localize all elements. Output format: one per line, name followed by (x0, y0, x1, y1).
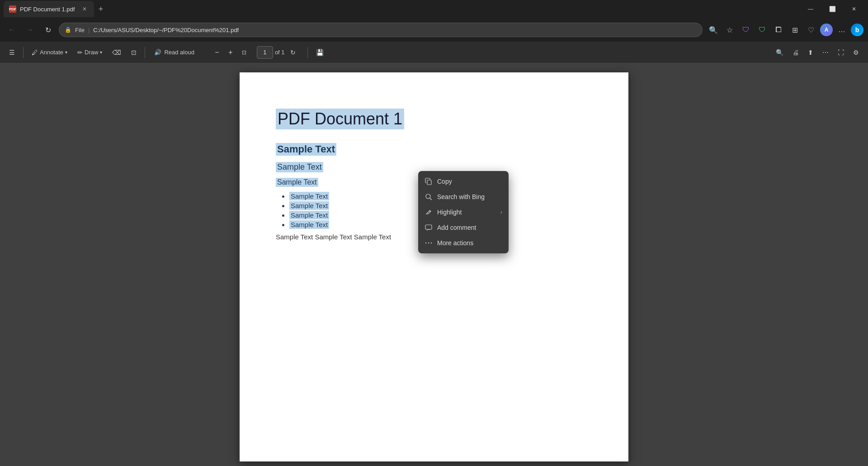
context-menu-highlight[interactable]: Highlight › (418, 204, 509, 220)
draw-label: Draw (85, 49, 98, 56)
toolbar-separator-1 (23, 47, 24, 58)
search-bing-label: Search with Bing (437, 193, 485, 200)
zoom-icon[interactable]: 🔍 (706, 23, 721, 37)
tab-favicon: PDF (9, 5, 16, 13)
more-actions-menu-icon (425, 239, 433, 247)
fullscreen-icon: ⛶ (838, 49, 844, 56)
more-actions-label: More actions (437, 239, 473, 247)
zoom-controls: − + ⊡ (211, 46, 250, 59)
tab-title: PDF Document 1.pdf (20, 6, 75, 13)
pdf-heading-4: Sample Text (276, 178, 318, 187)
pdf-toolbar: ☰ 🖊 Annotate ▾ ✏ Draw ▾ ⌫ ⊡ 🔊 Read aloud… (0, 42, 868, 63)
extension-icon[interactable]: ⧠ (771, 23, 786, 37)
draw-button[interactable]: ✏ Draw ▾ (74, 45, 106, 60)
favorites-list-icon[interactable]: ♡ (804, 23, 818, 37)
context-menu-add-comment[interactable]: Add comment (418, 220, 509, 235)
title-bar: PDF PDF Document 1.pdf ✕ + — ⬜ ✕ (0, 0, 868, 18)
more-options-icon[interactable]: … (835, 23, 849, 37)
print-icon: 🖨 (793, 49, 799, 56)
pdf-page: PDF Document 1 Sample Text Sample Text S… (240, 72, 628, 461)
page-number-input[interactable] (257, 46, 273, 59)
zoom-in-button[interactable]: + (224, 46, 237, 59)
annotate-button[interactable]: 🖊 Annotate ▾ (28, 45, 71, 60)
file-label: File (75, 27, 85, 33)
more-pdf-actions-button[interactable]: ⋯ (819, 45, 832, 60)
tab-bar: PDF PDF Document 1.pdf ✕ + (4, 0, 108, 18)
save-button[interactable]: 💾 (312, 45, 327, 60)
fullscreen-button[interactable]: ⛶ (834, 45, 848, 60)
pdf-document-title: PDF Document 1 (276, 109, 404, 129)
new-tab-button[interactable]: + (94, 2, 108, 16)
refresh-button[interactable]: ↻ (41, 23, 55, 37)
toolbar-separator-2 (145, 47, 145, 58)
shield-icon[interactable]: 🛡 (739, 23, 753, 37)
settings-icon: ⚙ (853, 49, 859, 56)
favorites-icon[interactable]: ☆ (722, 23, 737, 37)
highlight-arrow: › (500, 209, 502, 215)
copy-icon (425, 177, 433, 185)
maximize-button[interactable]: ⬜ (822, 2, 843, 16)
back-button[interactable]: ← (5, 23, 19, 37)
search-bing-icon (425, 193, 433, 201)
pdf-heading-2: Sample Text (276, 143, 336, 156)
bing-button[interactable]: b (851, 24, 863, 36)
svg-point-6 (431, 243, 432, 243)
search-button[interactable]: 🔍 (772, 45, 787, 60)
annotate-label: Annotate (40, 49, 63, 56)
search-icon: 🔍 (776, 49, 783, 56)
split-screen-icon[interactable]: ⊞ (788, 23, 802, 37)
zoom-out-button[interactable]: − (211, 46, 223, 59)
read-aloud-icon: 🔊 (154, 49, 161, 56)
toolbar-separator-3 (307, 47, 308, 58)
settings-button[interactable]: ⚙ (849, 45, 863, 60)
read-aloud-button[interactable]: 🔊 Read aloud (150, 45, 199, 60)
add-comment-label: Add comment (437, 224, 476, 231)
context-menu-search[interactable]: Search with Bing (418, 189, 509, 204)
address-separator: | (88, 27, 90, 33)
sidebar-icon: ☰ (9, 49, 15, 56)
eraser-button[interactable]: ⌫ (108, 45, 125, 60)
svg-point-5 (428, 243, 429, 243)
lock-icon: 🔒 (65, 27, 71, 33)
toggle-sidebar-button[interactable]: ☰ (5, 45, 19, 60)
svg-point-4 (425, 243, 426, 243)
active-tab[interactable]: PDF PDF Document 1.pdf ✕ (4, 1, 94, 17)
context-menu-more-actions[interactable]: More actions (418, 235, 509, 251)
comment-icon (425, 223, 433, 232)
forward-button[interactable]: → (23, 23, 37, 37)
annotate-icon: 🖊 (32, 49, 38, 56)
shield-green-icon[interactable]: 🛡 (755, 23, 769, 37)
save-icon: 💾 (316, 49, 324, 56)
fit-page-button[interactable]: ⊡ (127, 45, 140, 60)
more-actions-icon: ⋯ (822, 49, 829, 56)
window-controls: — ⬜ ✕ (800, 2, 864, 16)
read-aloud-label: Read aloud (164, 49, 194, 56)
svg-rect-3 (425, 225, 432, 229)
share-icon: ⬆ (808, 49, 813, 56)
address-input[interactable]: 🔒 File | C:/Users/ASUS/Desktop/~/PDF%20D… (59, 23, 703, 37)
pdf-content-area: PDF Document 1 Sample Text Sample Text S… (0, 63, 868, 466)
highlight-icon (425, 208, 433, 216)
share-button[interactable]: ⬆ (804, 45, 817, 60)
svg-line-2 (430, 198, 432, 200)
address-bar: ← → ↻ 🔒 File | C:/Users/ASUS/Desktop/~/P… (0, 18, 868, 42)
page-controls: of 1 ↻ (257, 45, 299, 60)
rotate-button[interactable]: ↻ (287, 45, 299, 60)
profile-avatar[interactable]: A (820, 24, 833, 36)
context-menu: Copy Search with Bing Hi (418, 171, 509, 253)
print-button[interactable]: 🖨 (789, 45, 802, 60)
minimize-button[interactable]: — (800, 2, 821, 16)
draw-dropdown-icon: ▾ (100, 50, 102, 55)
fit-button[interactable]: ⊡ (238, 46, 250, 59)
tab-close-button[interactable]: ✕ (80, 5, 89, 13)
eraser-icon: ⌫ (112, 49, 121, 56)
annotate-dropdown-icon: ▾ (65, 50, 67, 55)
close-button[interactable]: ✕ (844, 2, 864, 16)
pdf-toolbar-right: 🔍 🖨 ⬆ ⋯ ⛶ ⚙ (772, 45, 863, 60)
fit-page-icon: ⊡ (131, 49, 137, 56)
context-menu-copy[interactable]: Copy (418, 174, 509, 189)
highlight-label: Highlight (437, 209, 462, 216)
svg-rect-0 (427, 180, 431, 185)
pdf-section-1: Sample Text (276, 143, 592, 158)
svg-point-1 (426, 194, 430, 199)
